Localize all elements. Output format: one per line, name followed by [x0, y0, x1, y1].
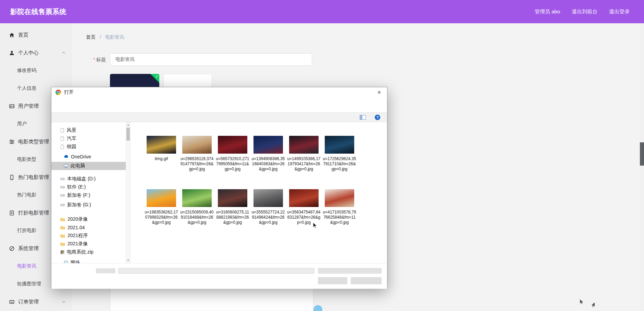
file-item[interactable]: timg.gif	[144, 134, 178, 185]
sliders-icon	[9, 139, 15, 145]
tree-item-label: 电商系统.zip	[67, 249, 94, 255]
computer-icon	[64, 164, 68, 168]
folder-icon	[60, 242, 65, 246]
tree-item-label: 风景	[67, 127, 76, 133]
dialog-body: 风景汽车校园OneDrive此电脑本地磁盘 (D:)软件 (E:)新加卷 (F:…	[51, 122, 387, 263]
cancel-button[interactable]	[351, 277, 382, 284]
filetype-select[interactable]	[318, 268, 382, 274]
file-thumbnail	[182, 189, 212, 207]
file-item[interactable]: u=4171003578,7976625848&fm=11&gp=0.jpg	[322, 187, 357, 238]
tree-item-this-pc[interactable]: 此电脑	[51, 162, 127, 170]
cursor-icon	[590, 302, 595, 309]
dialog-addressbar-area	[51, 98, 387, 112]
help-icon[interactable]: ?	[375, 115, 380, 120]
header-link-front[interactable]: 退出到前台	[572, 9, 597, 15]
tree-item-disk-d[interactable]: 本地磁盘 (D:)	[51, 175, 127, 183]
file-name: timg.gif	[144, 156, 178, 161]
tree-scrollbar[interactable]: ▲ ▼	[126, 122, 131, 263]
dialog-footer	[51, 263, 387, 289]
sidebar-item-home[interactable]: 首页	[0, 26, 72, 44]
header-user[interactable]: 管理员 abo	[535, 9, 560, 15]
file-thumbnail	[218, 189, 247, 207]
doc-icon	[9, 210, 15, 216]
file-thumbnail	[147, 189, 176, 207]
tree-item-network[interactable]: 网络	[51, 259, 127, 263]
tree-item-scenery[interactable]: 风景	[51, 126, 127, 134]
dialog-titlebar[interactable]: 打开 ×	[51, 87, 387, 98]
file-name: u=1983536262,1707898329&fm=26&gp=0.jpg	[144, 210, 178, 225]
file-item[interactable]: u=3160608275,1188821983&fm=26&gp=0.jpg	[215, 187, 250, 238]
page-scrollbar-thumb[interactable]	[640, 142, 644, 166]
open-file-dialog: 打开 × ? 风景汽车校园OneDrive此电脑本地磁盘 (D:)软件 (E:)…	[51, 87, 387, 288]
breadcrumb-home[interactable]: 首页	[86, 34, 96, 40]
file-icon	[60, 128, 64, 133]
sidebar-item-order-management[interactable]: 订单管理	[0, 293, 72, 311]
open-button[interactable]	[318, 277, 347, 284]
tree-item-software-e[interactable]: 软件 (E:)	[51, 183, 127, 191]
tree-item-folder-2021-programs[interactable]: 2021程序	[51, 232, 127, 240]
file-item[interactable]: u=296535119,3749147797&fm=26&gp=0.jpg	[180, 134, 214, 185]
sidebar-item-label: 热门电影	[17, 192, 36, 198]
breadcrumb-current: 电影资讯	[105, 34, 124, 40]
tree-item-folder-2021-04[interactable]: 2021.04	[51, 223, 127, 232]
sidebar-item-label: 用户	[17, 121, 27, 127]
file-item[interactable]: u=1725629624,357911710&fm=26&gp=0.jpg	[322, 134, 357, 185]
file-thumbnail	[218, 136, 247, 154]
sidebar-item-label: 个人中心	[18, 50, 39, 56]
scroll-up-icon[interactable]: ▲	[126, 122, 130, 127]
tree-item-label: 本地磁盘 (D:)	[67, 176, 96, 182]
tree-item-label: 2020录像	[67, 216, 88, 222]
file-item[interactable]: u=1983536262,1707898329&fm=26&gp=0.jpg	[144, 187, 178, 238]
file-name: u=1499105386,1719793417&fm=26&gp=0.jpg	[287, 156, 321, 172]
tree-item-label: 汽车	[67, 135, 76, 142]
chrome-icon	[55, 90, 61, 95]
tree-item-onedrive[interactable]: OneDrive	[51, 153, 127, 161]
tree-item-cars[interactable]: 汽车	[51, 134, 127, 143]
view-toggle-icon[interactable]	[360, 115, 366, 120]
scroll-down-icon[interactable]: ▼	[126, 258, 130, 263]
dialog-toolbar: ?	[51, 112, 387, 122]
drive-icon	[60, 203, 65, 207]
tree-item-label: 校园	[67, 144, 76, 150]
tree-scrollbar-thumb[interactable]	[126, 128, 130, 141]
app-title: 影院在线售票系统	[10, 7, 66, 16]
file-item[interactable]: u=3555527724,2291496424&fm=26&gp=0.jpg	[251, 187, 285, 238]
file-thumbnail	[253, 136, 283, 154]
tree-item-volume-g[interactable]: 新加卷 (G:)	[51, 201, 127, 209]
dialog-close-button[interactable]: ×	[375, 89, 383, 96]
file-thumbnail	[182, 136, 212, 154]
sidebar-item-profile-center[interactable]: 个人中心	[0, 44, 72, 62]
tree-item-volume-f[interactable]: 新加卷 (F:)	[51, 191, 127, 199]
cursor-icon	[580, 299, 585, 306]
tree-item-folder-2020-videos[interactable]: 2020录像	[51, 215, 127, 223]
file-item[interactable]: u=1499105386,1719793417&fm=26&gp=0.jpg	[287, 134, 321, 185]
sidebar-item-label: 个人信息	[17, 85, 36, 91]
sidebar-item-label: 打折电影	[17, 228, 36, 234]
file-item[interactable]: u=1394908386,3516840363&fm=26&gp=0.jpg	[251, 134, 285, 185]
filename-input[interactable]	[118, 268, 314, 274]
file-item[interactable]: u=565732910,2717995059&fm=11&gp=0.jpg	[215, 134, 250, 185]
file-item[interactable]: u=2315085009,4091016488&fm=26&gp=0.jpg	[180, 187, 214, 238]
header-link-logout[interactable]: 退出登录	[609, 9, 630, 15]
tree-item-folder-2021-videos[interactable]: 2021录像	[51, 240, 127, 248]
file-item[interactable]: u=3563475487,64631287&fm=26&gp=0.jpg	[287, 187, 321, 238]
drive-icon	[60, 185, 65, 189]
sidebar-item-label: 电影类型管理	[18, 139, 49, 145]
file-thumbnail	[325, 189, 354, 207]
sidebar-item-change-password[interactable]: 修改密码	[0, 62, 72, 79]
tree-item-label: 网络	[71, 260, 80, 263]
tree-item-label: OneDrive	[71, 154, 91, 159]
editor-handle[interactable]	[313, 305, 322, 311]
title-input[interactable]	[110, 53, 312, 66]
file-thumbnail	[289, 189, 319, 207]
file-name: u=3563475487,64631287&fm=26&gp=0.jpg	[287, 210, 321, 225]
sidebar-item-label: 系统管理	[18, 245, 39, 252]
page-scrollbar[interactable]	[640, 23, 644, 311]
drive-icon	[60, 177, 65, 181]
tree-item-campus[interactable]: 校园	[51, 143, 127, 151]
tree-item-ecommerce-zip[interactable]: 电商系统.zip	[51, 248, 127, 256]
rich-text-editor[interactable]	[110, 288, 313, 311]
file-name: u=3160608275,1188821983&fm=26&gp=0.jpg	[215, 210, 250, 225]
breadcrumb: 首页 / 电影资讯	[86, 34, 124, 40]
app-header: 影院在线售票系统 管理员 abo 退出到前台 退出登录	[0, 0, 644, 23]
